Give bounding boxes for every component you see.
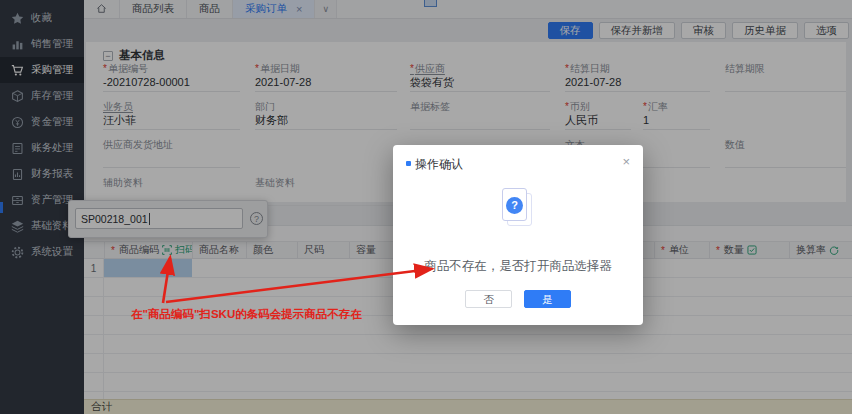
close-icon[interactable]: ×: [622, 155, 630, 168]
question-document-icon: ?: [502, 188, 534, 228]
dialog-header: 操作确认 ×: [393, 145, 643, 173]
dialog-title: 操作确认: [415, 156, 463, 173]
app-window: 收藏 销售管理 采购管理 库存管理 资金管理 账务处理 财务报表 资产管理: [0, 0, 852, 414]
dialog-bullet-icon: [406, 161, 411, 166]
yes-button[interactable]: 是: [524, 290, 571, 308]
no-button[interactable]: 否: [465, 290, 512, 308]
confirm-dialog: 操作确认 × ? 商品不存在，是否打开商品选择器 否 是: [393, 145, 643, 325]
dialog-message: 商品不存在，是否打开商品选择器: [393, 258, 643, 275]
annotation-note: 在"商品编码"扫SKU的条码会提示商品不存在: [131, 307, 362, 322]
question-mark-icon: ?: [506, 197, 523, 214]
